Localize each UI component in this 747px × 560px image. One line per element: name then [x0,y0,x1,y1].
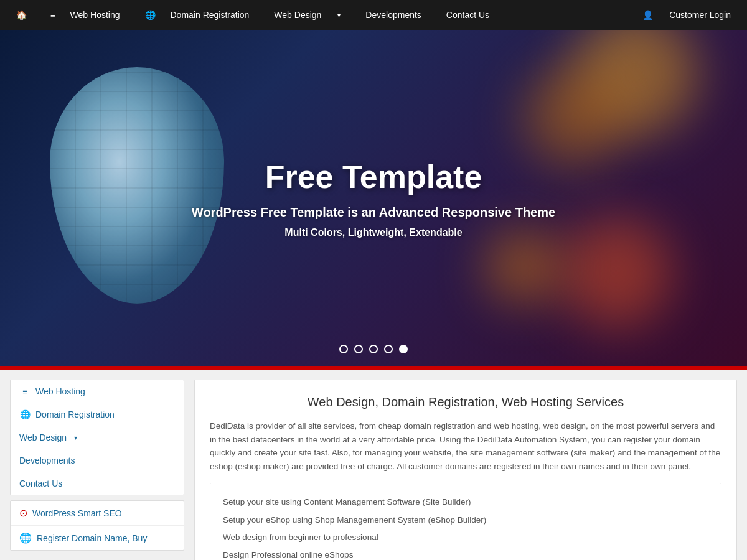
youtube-icon: ⊙ [19,507,27,519]
home-icon: 🏠 [10,10,33,20]
sidebar-recent-wordpress-seo[interactable]: ⊙ WordPress Smart SEO [11,501,184,526]
carousel-dot-5[interactable] [399,345,408,353]
sidebar-menu-card: ≡ Web Hosting 🌐 Domain Registration Web … [10,380,184,495]
home-link[interactable]: 🏠 [10,10,38,20]
sidebar-item-web-design[interactable]: Web Design ▾ [11,426,184,449]
chevron-down-icon: ▾ [74,434,77,441]
carousel-dot-3[interactable] [369,345,378,353]
globe-icon: 🌐 [19,410,31,419]
sidebar-item-web-hosting[interactable]: ≡ Web Hosting [11,380,184,403]
hero-tagline: Multi Colors, Lightweight, Extendable [192,227,555,238]
hero-title: Free Template [192,158,555,195]
nav-contact-us[interactable]: Contact Us [434,10,502,20]
chevron-down-icon: ▾ [331,12,347,19]
list-item-3: Web design from beginner to professional [223,529,708,546]
carousel-dot-2[interactable] [354,345,363,353]
carousel-dots [339,345,408,353]
grid-icon: ≡ [19,387,31,396]
bokeh-light-3 [560,217,672,329]
user-icon: 👤 [636,10,659,20]
hero-section: Free Template WordPress Free Template is… [0,30,747,366]
hero-subtitle: WordPress Free Template is an Advanced R… [192,205,555,220]
nav-web-hosting[interactable]: ≡ Web Hosting [38,10,133,20]
customer-login-link[interactable]: 👤 Customer Login [636,10,737,20]
main-content: ≡ Web Hosting 🌐 Domain Registration Web … [0,370,747,560]
list-item-1: Setup your site using Content Management… [223,493,708,511]
sidebar-item-domain-registration[interactable]: 🌐 Domain Registration [11,403,184,426]
nav-developments[interactable]: Developments [353,10,434,20]
content-area: Web Design, Domain Registration, Web Hos… [194,380,737,560]
carousel-dot-1[interactable] [339,345,348,353]
hero-text-block: Free Template WordPress Free Template is… [179,146,568,251]
domain-icon: 🌐 [19,532,32,544]
list-item-2: Setup your eShop using Shop Managemenent… [223,511,708,529]
sidebar-item-developments[interactable]: Developments [11,449,184,472]
content-list: Setup your site using Content Management… [210,483,721,560]
sidebar-recent-register-domain[interactable]: 🌐 Register Domain Name, Buy [11,526,184,550]
globe-icon: 🌐 [139,10,162,20]
carousel-dot-4[interactable] [384,345,393,353]
main-nav: 🏠 ≡ Web Hosting 🌐 Domain Registration We… [0,0,747,30]
content-title: Web Design, Domain Registration, Web Hos… [210,395,721,409]
content-body: DediData is provider of all site service… [210,419,721,473]
sidebar: ≡ Web Hosting 🌐 Domain Registration Web … [10,380,184,560]
list-item-4: Design Professional online eShops [223,546,708,560]
sidebar-item-contact-us[interactable]: Contact Us [11,472,184,495]
sidebar-recent-card: ⊙ WordPress Smart SEO 🌐 Register Domain … [10,500,184,551]
nav-domain-registration[interactable]: 🌐 Domain Registration [133,10,262,20]
nav-web-design[interactable]: Web Design ▾ [261,10,353,20]
grid-icon: ≡ [44,11,62,20]
